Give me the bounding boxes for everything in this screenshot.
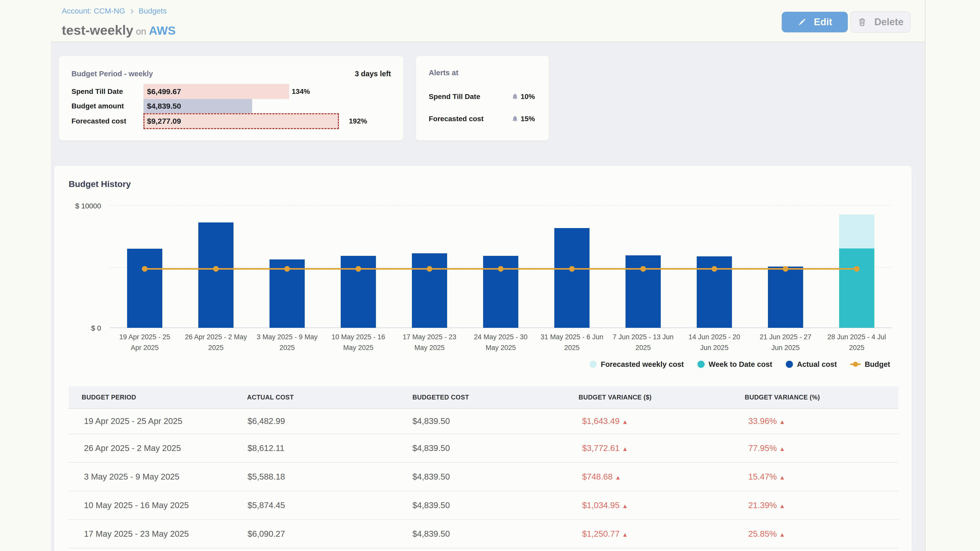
svg-text:19 Apr 2025 - 25: 19 Apr 2025 - 25 xyxy=(119,333,170,341)
svg-text:May 2025: May 2025 xyxy=(486,344,516,351)
svg-text:Jun 2025: Jun 2025 xyxy=(700,344,729,351)
svg-text:$ 10000: $ 10000 xyxy=(75,202,101,210)
svg-text:Apr 2025: Apr 2025 xyxy=(130,344,159,351)
svg-text:10 May 2025 - 16: 10 May 2025 - 16 xyxy=(331,333,385,341)
svg-text:May 2025: May 2025 xyxy=(343,344,374,351)
svg-text:2025: 2025 xyxy=(849,344,864,351)
svg-text:2025: 2025 xyxy=(635,344,651,351)
svg-text:$ 0: $ 0 xyxy=(91,324,101,332)
svg-text:2025: 2025 xyxy=(564,344,579,351)
svg-text:May 2025: May 2025 xyxy=(414,344,445,351)
svg-text:Jun 2025: Jun 2025 xyxy=(771,344,800,351)
svg-text:3 May 2025 - 9 May: 3 May 2025 - 9 May xyxy=(257,333,318,341)
svg-text:24 May 2025 - 30: 24 May 2025 - 30 xyxy=(474,333,528,341)
svg-text:14 Jun 2025 - 20: 14 Jun 2025 - 20 xyxy=(689,333,740,341)
svg-text:7 Jun 2025 - 13 Jun: 7 Jun 2025 - 13 Jun xyxy=(613,333,674,341)
svg-text:2025: 2025 xyxy=(280,344,295,351)
svg-text:17 May 2025 - 23: 17 May 2025 - 23 xyxy=(403,333,456,341)
svg-text:31 May 2025 - 6 Jun: 31 May 2025 - 6 Jun xyxy=(541,333,603,341)
svg-text:26 Apr 2025 - 2 May: 26 Apr 2025 - 2 May xyxy=(185,333,247,341)
svg-text:21 Jun 2025 - 27: 21 Jun 2025 - 27 xyxy=(760,333,811,341)
svg-text:28 Jun 2025 - 4 Jul: 28 Jun 2025 - 4 Jul xyxy=(827,333,886,341)
svg-text:2025: 2025 xyxy=(208,344,224,351)
